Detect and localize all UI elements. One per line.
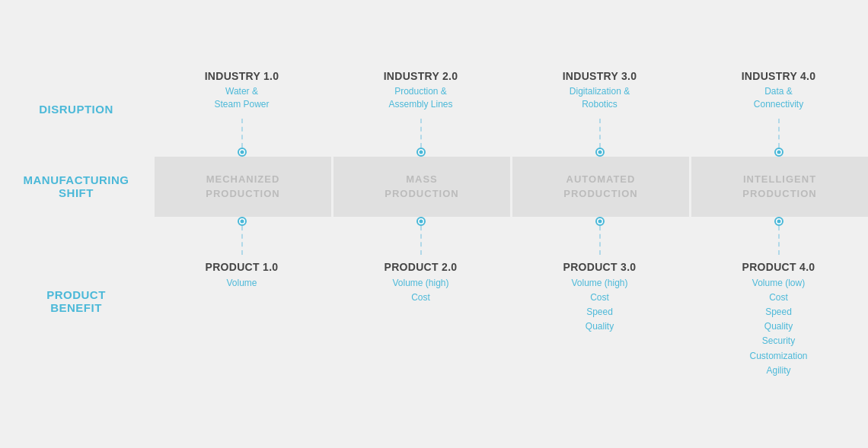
main-grid: DISRUPTION INDUSTRY 1.0 Water &Steam Pow… xyxy=(0,62,868,386)
industry-2-header: INDUSTRY 2.0 Production &Assembly Lines xyxy=(378,62,464,111)
industry-3-top: INDUSTRY 3.0 Digitalization &Robotics xyxy=(510,62,689,157)
connector-4-bottom xyxy=(774,217,783,255)
dot-4-top xyxy=(774,148,783,157)
mfg-text-4: INTELLIGENTPRODUCTION xyxy=(742,172,816,202)
product-3-info: PRODUCT 3.0 Volume (high)CostSpeedQualit… xyxy=(557,261,643,342)
product-1-cell: PRODUCT 1.0 Volume xyxy=(152,217,331,386)
dashed-line-3-top xyxy=(599,119,601,148)
dot-2-top xyxy=(416,148,426,157)
connector-4-top xyxy=(774,119,783,157)
industry-3-title: INDUSTRY 3.0 xyxy=(563,70,637,82)
product-4-benefits: Volume (low)CostSpeedQualitySecurityCust… xyxy=(749,276,807,378)
connector-1-top xyxy=(238,119,247,157)
product-3-benefits: Volume (high)CostSpeedQuality xyxy=(571,276,627,335)
dashed-line-1-top xyxy=(241,119,243,148)
product-3-cell: PRODUCT 3.0 Volume (high)CostSpeedQualit… xyxy=(510,217,689,386)
industry-1-title: INDUSTRY 1.0 xyxy=(205,70,279,82)
industry-4-title: INDUSTRY 4.0 xyxy=(742,70,816,82)
mfg-text-1: MECHANIZEDPRODUCTION xyxy=(206,172,279,202)
product-2-info: PRODUCT 2.0 Volume (high)Cost xyxy=(378,261,464,313)
dashed-line-2-top xyxy=(420,119,422,148)
dashed-line-1-bottom xyxy=(241,226,243,255)
industry-4-subtitle: Data &Connectivity xyxy=(754,85,803,111)
dashed-line-4-bottom xyxy=(778,226,780,255)
connector-3-top xyxy=(595,119,605,157)
industry-1-top: INDUSTRY 1.0 Water &Steam Power xyxy=(152,62,331,157)
product-1-info: PRODUCT 1.0 Volume xyxy=(199,261,285,298)
mfg-text-3: AUTOMATEDPRODUCTION xyxy=(563,172,637,202)
product-1-title: PRODUCT 1.0 xyxy=(206,261,279,273)
dot-4-bottom xyxy=(774,217,783,226)
dot-3-top xyxy=(595,148,605,157)
industry-2-subtitle: Production &Assembly Lines xyxy=(388,85,452,111)
industry-1-header: INDUSTRY 1.0 Water &Steam Power xyxy=(199,62,286,111)
dashed-line-3-bottom xyxy=(599,226,601,255)
product-4-title: PRODUCT 4.0 xyxy=(742,261,815,273)
industry-3-subtitle: Digitalization &Robotics xyxy=(570,85,630,111)
industry-4-header: INDUSTRY 4.0 Data &Connectivity xyxy=(736,62,822,111)
dashed-line-2-bottom xyxy=(420,226,422,255)
dot-3-bottom xyxy=(595,217,605,226)
mfg-cell-3: AUTOMATEDPRODUCTION xyxy=(510,157,689,217)
mfg-cell-2: MASSPRODUCTION xyxy=(331,157,510,217)
industry-2-top: INDUSTRY 2.0 Production &Assembly Lines xyxy=(331,62,510,157)
industry-2-title: INDUSTRY 2.0 xyxy=(384,70,458,82)
mfg-cell-4: INTELLIGENTPRODUCTION xyxy=(689,157,868,217)
industry-4-top: INDUSTRY 4.0 Data &Connectivity xyxy=(689,62,868,157)
industry-1-subtitle: Water &Steam Power xyxy=(214,85,269,111)
disruption-label: DISRUPTION xyxy=(39,103,113,116)
dot-1-top xyxy=(238,148,247,157)
connector-1-bottom xyxy=(238,217,247,255)
product-2-title: PRODUCT 2.0 xyxy=(385,261,458,273)
mfg-text-2: MASSPRODUCTION xyxy=(385,172,458,202)
connector-3-bottom xyxy=(595,217,605,255)
product-4-cell: PRODUCT 4.0 Volume (low)CostSpeedQuality… xyxy=(689,217,868,386)
manufacturing-shift-label-cell: MANUFACTURINGSHIFT xyxy=(0,157,152,217)
product-2-cell: PRODUCT 2.0 Volume (high)Cost xyxy=(331,217,510,386)
dot-2-bottom xyxy=(416,217,426,226)
product-1-benefits: Volume xyxy=(226,276,257,291)
product-2-benefits: Volume (high)Cost xyxy=(392,276,448,305)
manufacturing-shift-label: MANUFACTURINGSHIFT xyxy=(24,173,129,199)
product-4-info: PRODUCT 4.0 Volume (low)CostSpeedQuality… xyxy=(736,261,822,386)
dashed-line-4-top xyxy=(778,119,780,148)
connector-2-top xyxy=(416,119,426,157)
industry-3-header: INDUSTRY 3.0 Digitalization &Robotics xyxy=(557,62,643,111)
dot-1-bottom xyxy=(238,217,247,226)
mfg-cell-1: MECHANIZEDPRODUCTION xyxy=(152,157,331,217)
disruption-label-cell: DISRUPTION xyxy=(0,62,152,157)
product-benefit-label-cell: PRODUCTBENEFIT xyxy=(0,217,152,386)
product-3-title: PRODUCT 3.0 xyxy=(563,261,637,273)
product-benefit-label: PRODUCTBENEFIT xyxy=(46,288,106,314)
connector-2-bottom xyxy=(416,217,426,255)
